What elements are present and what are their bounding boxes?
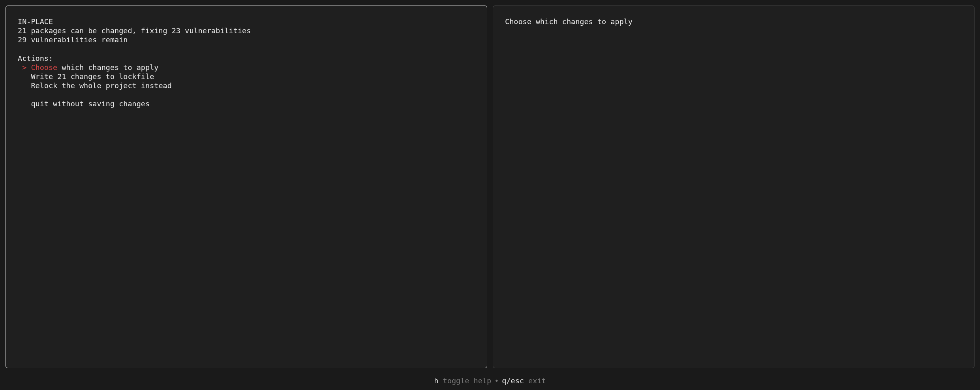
action-quit[interactable]: quit without saving changes <box>18 99 475 108</box>
action-relock[interactable]: Relock the whole project instead <box>18 81 475 90</box>
mode-header: IN-PLACE <box>18 17 475 26</box>
right-panel-title: Choose which changes to apply <box>505 17 962 26</box>
footer-hints: h toggle help•q/esc exit <box>0 374 980 390</box>
indent <box>18 100 31 108</box>
help-label: toggle help <box>438 377 491 385</box>
action-choose[interactable]: > Choose which changes to apply <box>18 63 475 72</box>
indent <box>18 81 31 90</box>
summary-line-1: 21 packages can be changed, fixing 23 vu… <box>18 26 475 35</box>
indent <box>18 72 31 81</box>
main-panels: IN-PLACE 21 packages can be changed, fix… <box>0 0 980 374</box>
spacer <box>18 90 475 99</box>
actions-label: Actions: <box>18 54 475 63</box>
exit-key: q/esc <box>502 377 524 385</box>
action-write[interactable]: Write 21 changes to lockfile <box>18 72 475 81</box>
action-relock-label: Relock the whole project instead <box>31 81 171 90</box>
separator-icon: • <box>494 377 499 385</box>
action-write-label: Write 21 changes to lockfile <box>31 72 154 81</box>
left-panel[interactable]: IN-PLACE 21 packages can be changed, fix… <box>6 6 487 368</box>
help-key: h <box>434 377 438 385</box>
summary-line-2: 29 vulnerabilities remain <box>18 35 475 44</box>
spacer <box>18 44 475 53</box>
selector-icon: > <box>18 63 31 72</box>
exit-label: exit <box>524 377 546 385</box>
action-quit-label: quit without saving changes <box>31 100 150 108</box>
action-choose-highlight: Choose <box>31 63 57 72</box>
right-panel: Choose which changes to apply <box>493 6 974 368</box>
action-choose-rest: which changes to apply <box>57 63 158 72</box>
